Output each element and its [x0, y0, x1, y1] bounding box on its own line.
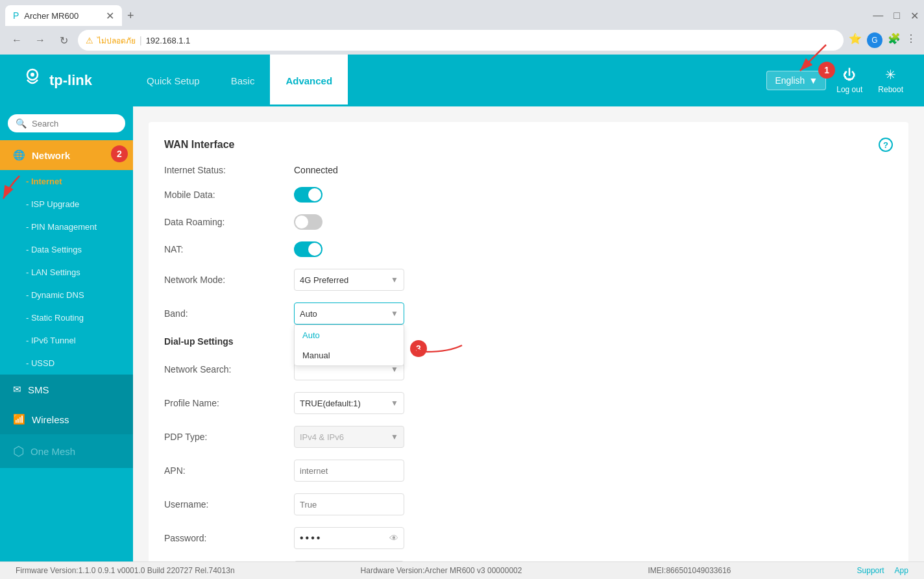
annotation-badge-1: 1 [818, 62, 835, 79]
band-arrow-icon: ▼ [391, 309, 398, 318]
user-avatar[interactable]: G [867, 32, 882, 48]
bookmark-icon[interactable]: ⭐ [849, 32, 862, 48]
toggle-knob-roaming [295, 216, 308, 228]
app-link[interactable]: App [895, 566, 908, 575]
apn-input[interactable] [294, 460, 404, 482]
url-text: 192.168.1.1 [146, 36, 191, 45]
network-mode-select-wrapper: 4G Preferred ▼ [294, 269, 404, 291]
forward-button[interactable]: → [31, 31, 49, 49]
nat-label: NAT: [164, 244, 294, 254]
tab-bar: P Archer MR600 ✕ + — □ ✕ [0, 0, 924, 26]
maximize-button[interactable]: □ [894, 10, 900, 22]
url-bar[interactable]: ⚠ ไม่ปลอดภัย | 192.168.1.1 [78, 30, 844, 51]
network-mode-label: Network Mode: [164, 275, 294, 285]
sidebar-sub-dynamic-dns[interactable]: - Dynamic DNS [0, 284, 133, 306]
sidebar-item-one-mesh[interactable]: ⬡ One Mesh [0, 434, 133, 468]
hardware-info: Hardware Version:Archer MR600 v3 0000000… [361, 566, 522, 575]
reload-button[interactable]: ↻ [55, 31, 73, 49]
extensions-icon[interactable]: 🧩 [888, 32, 901, 48]
tab-favicon: P [13, 10, 19, 21]
annotation-badge-3: 3 [410, 340, 427, 357]
address-bar-actions: ⭐ G 🧩 ⋮ [849, 32, 916, 48]
sidebar-sub-static-routing[interactable]: - Static Routing [0, 306, 133, 329]
apn-row: APN: [164, 460, 893, 482]
support-link[interactable]: Support [857, 566, 884, 575]
band-select[interactable]: Auto ▼ [294, 302, 404, 325]
internet-status-value: Connected [294, 165, 338, 175]
security-warning-icon: ⚠ [86, 36, 93, 45]
mobile-data-row: Mobile Data: [164, 187, 893, 203]
internet-status-label: Internet Status: [164, 165, 294, 175]
sidebar-sub-data-settings[interactable]: - Data Settings [0, 238, 133, 261]
sidebar-sub-isp-upgrade[interactable]: - ISP Upgrade [0, 193, 133, 216]
tab-advanced[interactable]: Advanced [270, 55, 348, 106]
logout-icon: ⏻ [843, 68, 856, 82]
close-window-button[interactable]: ✕ [910, 10, 919, 22]
password-toggle-visibility-icon[interactable]: 👁 [389, 533, 398, 543]
band-option-auto[interactable]: Auto [295, 325, 404, 345]
browser-chrome: P Archer MR600 ✕ + — □ ✕ ← → ↻ ⚠ ไม่ปลอด… [0, 0, 924, 55]
mobile-data-toggle[interactable] [294, 187, 322, 203]
security-label: ไม่ปลอดภัย [97, 34, 136, 47]
network-search-arrow-icon: ▼ [391, 365, 398, 374]
sidebar-sub-ussd[interactable]: - USSD [0, 352, 133, 375]
profile-name-select[interactable]: TRUE(default:1) ▼ [294, 392, 404, 414]
sms-icon: ✉ [13, 384, 21, 395]
band-option-manual[interactable]: Manual 3 [295, 345, 404, 365]
footer: Firmware Version:1.1.0 0.9.1 v0001.0 Bui… [0, 561, 924, 579]
tab-basic[interactable]: Basic [215, 55, 271, 106]
sidebar-sub-lan-settings[interactable]: - LAN Settings [0, 261, 133, 284]
dial-up-label: Dial-up Settings [164, 336, 294, 347]
search-box[interactable]: 🔍 [8, 114, 125, 132]
main-content: 🔍 🌐 Network 2 [0, 106, 924, 561]
username-input[interactable] [294, 493, 404, 515]
mobile-data-label: Mobile Data: [164, 190, 294, 200]
sidebar-item-wireless[interactable]: 📶 Wireless [0, 404, 133, 434]
network-mode-select[interactable]: 4G Preferred ▼ [294, 269, 404, 291]
logout-button[interactable]: ⏻ Log out [836, 68, 862, 94]
search-input[interactable] [32, 119, 133, 129]
sidebar-sub-internet[interactable]: - Internet [0, 170, 133, 193]
sidebar-sub-ipv6-tunnel[interactable]: - IPv6 Tunnel [0, 329, 133, 352]
minimize-button[interactable]: — [873, 10, 883, 22]
lang-dropdown-icon: ▼ [808, 75, 818, 86]
new-tab-button[interactable]: + [127, 9, 134, 23]
language-value: English [775, 75, 805, 86]
card-title: WAN Interface ? [164, 138, 893, 152]
network-mode-arrow-icon: ▼ [391, 275, 398, 284]
reboot-button[interactable]: ✳ Reboot [878, 67, 903, 94]
back-button[interactable]: ← [8, 31, 26, 49]
logo-text: tp-link [49, 72, 92, 89]
tab-quick-setup[interactable]: Quick Setup [131, 55, 215, 106]
band-select-wrapper: Auto ▼ Auto Manual 3 [294, 302, 404, 325]
sidebar: 🔍 🌐 Network 2 [0, 106, 133, 561]
language-selector[interactable]: English ▼ [766, 71, 826, 90]
sidebar-sub-pin-management[interactable]: - PIN Management [0, 216, 133, 238]
band-dropdown: Auto Manual 3 [294, 325, 404, 366]
content-area: WAN Interface ? Internet Status: Connect… [133, 106, 924, 561]
auth-type-row: Authentication Type: CHAP ▼ [164, 561, 893, 561]
annotation-badge-2: 2 [111, 145, 128, 162]
logout-label: Log out [836, 85, 862, 94]
pdp-type-select[interactable]: IPv4 & IPv6 ▼ [294, 426, 404, 448]
menu-icon[interactable]: ⋮ [906, 32, 916, 48]
pdp-type-label: PDP Type: [164, 432, 294, 442]
password-label: Password: [164, 533, 294, 543]
network-icon: 🌐 [13, 149, 25, 161]
profile-menu-icon[interactable]: G [867, 32, 882, 48]
help-button[interactable]: ? [879, 138, 893, 152]
apn-label: APN: [164, 465, 294, 476]
auth-type-select[interactable]: CHAP ▼ [294, 561, 404, 561]
password-field[interactable]: •••• 👁 [294, 527, 404, 549]
window-controls: — □ ✕ [873, 10, 919, 22]
nat-toggle[interactable] [294, 241, 322, 257]
data-roaming-toggle[interactable] [294, 214, 322, 230]
profile-name-row: Profile Name: TRUE(default:1) ▼ [164, 392, 893, 414]
sidebar-item-sms[interactable]: ✉ SMS [0, 375, 133, 404]
browser-tab[interactable]: P Archer MR600 ✕ [5, 5, 122, 26]
tab-close-button[interactable]: ✕ [106, 10, 114, 22]
network-search-label: Network Search: [164, 364, 294, 375]
username-label: Username: [164, 499, 294, 510]
one-mesh-icon: ⬡ [13, 443, 24, 459]
wan-interface-card: WAN Interface ? Internet Status: Connect… [149, 122, 908, 561]
